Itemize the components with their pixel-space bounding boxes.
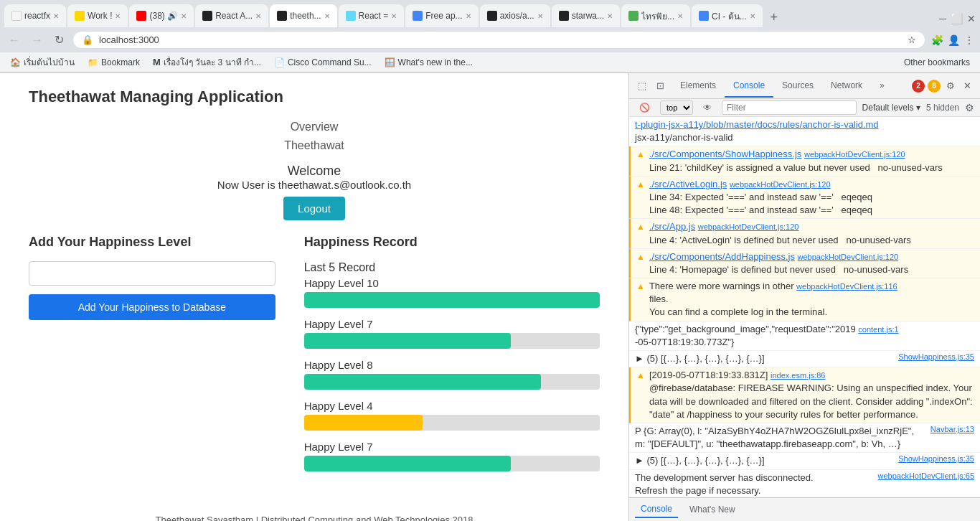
tab-react-a[interactable]: React A... ✕ <box>195 4 268 27</box>
console-file-link[interactable]: ./src/Components/ShowHappiness.js <box>649 149 801 159</box>
tab-close-icon[interactable]: ✕ <box>181 12 187 20</box>
console-location[interactable]: webpackHotDevClient.js:120 <box>798 253 899 261</box>
console-location[interactable]: ShowHappiness.js:35 <box>898 352 974 361</box>
tab-close-icon[interactable]: ✕ <box>677 12 683 20</box>
nav-theethawat[interactable]: Theethawat <box>284 139 344 152</box>
add-happiness-button[interactable]: Add Your Happiness to Database <box>29 294 275 320</box>
tab-elements[interactable]: Elements <box>672 75 725 98</box>
console-file-link[interactable]: ./src/App.js <box>649 221 695 232</box>
default-levels-dropdown[interactable]: Default levels ▾ <box>862 103 920 113</box>
bar-fill-3 <box>304 374 541 390</box>
console-location[interactable]: webpackHotDevClient.js:120 <box>730 180 831 189</box>
console-file-link[interactable]: ./src/Components/AddHappiness.js <box>649 251 795 262</box>
star-icon[interactable]: ☆ <box>908 34 916 45</box>
logout-button[interactable]: Logout <box>283 197 345 220</box>
tab-react-b[interactable]: React = ✕ <box>339 4 405 27</box>
console-location[interactable]: webpackHotDevClient.js:65 <box>877 471 974 480</box>
console-text: t-plugin-jsx-a11y/blob/master/docs/rules… <box>635 118 974 144</box>
devtools-inspect-btn[interactable]: ⊡ <box>654 79 667 93</box>
console-location[interactable]: ShowHappiness.js:35 <box>898 454 974 463</box>
warn-icon: ▲ <box>636 252 645 262</box>
record-label-4: Happy Level 4 <box>304 400 600 412</box>
page-title: Theethawat Managing Application <box>29 88 600 106</box>
tab-work[interactable]: Work ! ✕ <box>67 4 128 27</box>
tab-youtube[interactable]: (38) 🔊 ✕ <box>129 4 194 27</box>
devtools-dock-btn[interactable]: ⬚ <box>635 79 649 93</box>
close-button[interactable]: ✕ <box>967 13 976 24</box>
console-entry-app: ▲ ./src/App.js webpackHotDevClient.js:12… <box>629 219 980 248</box>
console-location[interactable]: content.js:1 <box>858 325 898 334</box>
tab-close-icon[interactable]: ✕ <box>53 12 59 20</box>
bottom-tab-whatsnew[interactable]: What's New <box>684 502 741 517</box>
tab-more[interactable]: » <box>871 75 893 98</box>
tab-free[interactable]: Free ap... ✕ <box>405 4 478 27</box>
bookmark-cisco[interactable]: 📄 Cisco Command Su... <box>270 56 376 69</box>
tab-starwa[interactable]: starwa... ✕ <box>552 4 620 27</box>
tab-close-icon[interactable]: ✕ <box>607 12 613 20</box>
tab-close-icon[interactable]: ✕ <box>324 12 330 20</box>
minimize-button[interactable]: ─ <box>939 13 946 24</box>
happiness-input[interactable] <box>29 261 275 286</box>
bookmark-medium[interactable]: M เรื่องโง่ๆ วันละ 3 นาที กำ... <box>149 54 265 70</box>
tab-ci[interactable]: CI - ต้น... ✕ <box>692 4 763 27</box>
tab-close-icon[interactable]: ✕ <box>255 12 261 20</box>
clear-console-btn[interactable]: 🚫 <box>635 101 654 114</box>
console-location[interactable]: index.esm.js:86 <box>771 371 825 380</box>
console-file-link[interactable]: ./src/ActiveLogin.js <box>649 179 727 189</box>
tab-close-icon[interactable]: ✕ <box>466 12 471 20</box>
bottom-tab-console[interactable]: Console <box>635 501 678 518</box>
tab-reactfx[interactable]: reactfx ✕ <box>4 4 66 27</box>
console-location[interactable]: webpackHotDevClient.js:120 <box>698 222 799 231</box>
other-bookmarks[interactable]: Other bookmarks <box>900 56 974 69</box>
doc-icon: 📄 <box>274 57 285 67</box>
address-bar[interactable]: 🔒 localhost:3000 ☆ <box>72 31 925 49</box>
record-panel-title: Happiness Record <box>304 235 600 250</box>
profile-icon[interactable]: 👤 <box>948 34 960 46</box>
tab-close-icon[interactable]: ✕ <box>115 12 121 20</box>
tab-thai[interactable]: ไทรฟัย... ✕ <box>621 4 690 27</box>
tab-theeth-active[interactable]: theeth... ✕ <box>270 4 336 27</box>
extensions-icon[interactable]: 🧩 <box>931 34 943 46</box>
tab-sources[interactable]: Sources <box>773 75 822 98</box>
bookmark-label: Bookmark <box>101 57 140 67</box>
new-tab-button[interactable]: + <box>764 7 784 27</box>
refresh-button[interactable]: ↻ <box>52 30 67 50</box>
bookmark-windows[interactable]: 🪟 What's new in the... <box>380 56 477 69</box>
menu-icon[interactable]: ⋮ <box>964 34 974 46</box>
tab-close-icon[interactable]: ✕ <box>391 12 397 20</box>
console-location[interactable]: webpackHotDevClient.js:120 <box>804 150 905 159</box>
restore-button[interactable]: ⬜ <box>951 13 963 24</box>
back-button[interactable]: ← <box>6 31 23 50</box>
filter-eye-btn[interactable]: 👁 <box>699 101 716 114</box>
record-label-5: Happy Level 7 <box>304 441 600 453</box>
bar-bg-2 <box>304 333 600 349</box>
nav-overview[interactable]: Overview <box>291 121 339 133</box>
context-selector[interactable]: top <box>660 100 693 115</box>
address-bar-row: ← → ↻ 🔒 localhost:3000 ☆ 🧩 👤 ⋮ <box>0 27 980 52</box>
console-location[interactable]: webpackHotDevClient.js:116 <box>796 282 897 291</box>
console-filter-input[interactable] <box>722 100 857 115</box>
tab-icon <box>628 11 639 21</box>
tab-close-icon[interactable]: ✕ <box>537 12 543 20</box>
bar-bg-1 <box>304 292 600 308</box>
tab-console[interactable]: Console <box>725 75 773 98</box>
devtools-settings-btn[interactable]: ⚙ <box>943 79 958 93</box>
tab-axios[interactable]: axios/a... ✕ <box>480 4 550 27</box>
console-location[interactable]: Navbar.js:13 <box>930 425 974 433</box>
console-settings-icon[interactable]: ⚙ <box>965 102 974 113</box>
tab-close-icon[interactable]: ✕ <box>750 12 755 20</box>
console-link[interactable]: t-plugin-jsx-a11y/blob/master/docs/rules… <box>635 119 879 130</box>
devtools-close-btn[interactable]: ✕ <box>961 79 974 93</box>
bookmark-home[interactable]: 🏠 เริ่มต้นไปบ้าน <box>6 54 79 70</box>
record-item-1: Happy Level 10 <box>304 277 600 308</box>
warn-icon: ▲ <box>636 370 645 380</box>
bar-container-2 <box>304 333 600 349</box>
warn-count-badge: 8 <box>928 80 941 93</box>
tab-network[interactable]: Network <box>822 75 871 98</box>
bookmark-folder[interactable]: 📁 Bookmark <box>83 56 144 69</box>
tab-icon <box>487 11 497 21</box>
forward-button[interactable]: → <box>29 31 46 50</box>
console-text: ./src/ActiveLogin.js webpackHotDevClient… <box>649 178 974 217</box>
warn-icon: ▲ <box>636 179 645 189</box>
hidden-count: 5 hidden <box>926 103 959 113</box>
